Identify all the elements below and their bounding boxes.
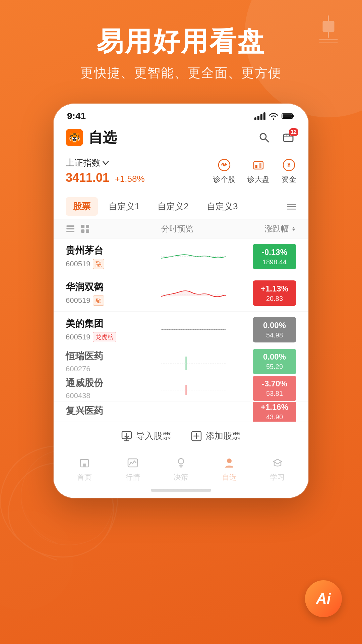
- ai-badge[interactable]: Ai: [305, 580, 342, 617]
- add-stocks-button[interactable]: 添加股票: [191, 430, 241, 442]
- search-button[interactable]: [256, 129, 272, 146]
- grid-view-icon: [80, 224, 90, 233]
- stock-row[interactable]: 美的集团 600519 龙虎榜 0.00% 54.98: [54, 312, 308, 348]
- index-value-row: 3411.01 +1.58%: [66, 171, 145, 185]
- svg-rect-15: [255, 165, 257, 168]
- stock-tag: 龙虎榜: [93, 332, 116, 342]
- bottom-nav: 首页 行情: [54, 450, 308, 486]
- svg-rect-20: [287, 206, 296, 207]
- tab-stocks[interactable]: 股票: [66, 197, 98, 216]
- nav-decision[interactable]: 决策: [157, 455, 205, 482]
- home-indicator: [54, 486, 308, 498]
- status-bar: 9:41: [54, 104, 308, 125]
- mini-chart: [139, 377, 246, 400]
- battery-icon: [282, 112, 295, 120]
- status-time: 9:41: [67, 111, 86, 121]
- stock-list: 贵州茅台 600519 融 -0.13% 1898.44: [54, 238, 308, 422]
- market-icon: [125, 455, 140, 470]
- stock-code-row: 600519 融: [66, 296, 133, 306]
- nav-watchlist[interactable]: 自选: [205, 455, 253, 482]
- header-left: 🐯 自选: [66, 128, 117, 147]
- index-section: 上证指数 3411.01 +1.58%: [54, 152, 308, 191]
- home-icon: [77, 455, 92, 470]
- nav-decision-label: 决策: [174, 472, 188, 482]
- learn-icon: [270, 455, 285, 470]
- stock-name: 通威股份: [66, 377, 133, 389]
- signal-icon: [254, 112, 265, 120]
- svg-rect-28: [86, 229, 89, 233]
- stock-code-row: 600438: [66, 391, 133, 400]
- svg-rect-14: [254, 162, 263, 169]
- import-stocks-label: 导入股票: [136, 430, 171, 442]
- stock-code: 600519: [66, 260, 90, 268]
- sort-icon: [291, 226, 296, 231]
- svg-rect-21: [287, 209, 296, 210]
- stock-row[interactable]: 通威股份 600438 -3.70% 53.81: [54, 375, 308, 402]
- stock-row[interactable]: 恒瑞医药 600276 0.00% 55.29: [54, 348, 308, 375]
- tab-custom1[interactable]: 自定义1: [101, 197, 147, 216]
- list-header-center: 分时预览: [90, 223, 265, 234]
- svg-line-10: [265, 139, 268, 142]
- stock-code-row: 600519 龙虎榜: [66, 332, 133, 342]
- action-capital[interactable]: ¥ 资金: [282, 158, 296, 184]
- svg-text:🐯: 🐯: [69, 132, 80, 143]
- stock-row[interactable]: 华润双鹤 600519 融 +1.13% 20.83: [54, 275, 308, 312]
- list-header-right[interactable]: 涨跌幅: [265, 223, 296, 234]
- tab-custom2[interactable]: 自定义2: [150, 197, 196, 216]
- mini-chart: [139, 318, 246, 341]
- list-view-icon: [66, 224, 75, 233]
- stock-code: 600519: [66, 333, 90, 341]
- stock-name: 贵州茅台: [66, 244, 133, 257]
- svg-rect-24: [66, 231, 74, 232]
- index-name[interactable]: 上证指数: [66, 157, 145, 169]
- action-diagnose-market[interactable]: 诊大盘: [247, 158, 269, 184]
- list-header: 分时预览 涨跌幅: [54, 219, 308, 238]
- change-badge: 0.00% 55.29: [253, 349, 296, 374]
- main-title: 易用好用看盘: [0, 27, 362, 56]
- svg-rect-42: [83, 464, 86, 467]
- watchlist-icon: [222, 455, 237, 470]
- decision-icon: [174, 455, 188, 470]
- svg-point-44: [178, 459, 184, 464]
- svg-point-47: [227, 459, 232, 463]
- ai-badge-area[interactable]: Ai: [305, 580, 342, 617]
- view-toggle[interactable]: [66, 224, 90, 233]
- header-icons: 12: [256, 129, 296, 146]
- mini-chart: [139, 350, 246, 373]
- more-icon: [287, 203, 296, 210]
- nav-market-label: 行情: [125, 472, 140, 482]
- nav-home[interactable]: 首页: [60, 455, 109, 482]
- stock-row[interactable]: 贵州茅台 600519 融 -0.13% 1898.44: [54, 238, 308, 275]
- stock-info: 美的集团 600519 龙虎榜: [66, 317, 133, 342]
- nav-market[interactable]: 行情: [109, 455, 157, 482]
- change-badge: +1.16% 43.90: [253, 402, 296, 422]
- change-badge: +1.13% 20.83: [253, 280, 296, 306]
- nav-learn[interactable]: 学习: [253, 455, 302, 482]
- add-stocks-label: 添加股票: [206, 430, 241, 442]
- action-diagnose-market-label: 诊大盘: [247, 174, 269, 184]
- app-title: 自选: [88, 128, 117, 147]
- svg-rect-22: [66, 225, 74, 227]
- action-diagnose-stock[interactable]: 诊个股: [213, 158, 235, 184]
- svg-text:¥: ¥: [287, 162, 291, 168]
- capital-icon: ¥: [282, 158, 296, 172]
- stock-name: 恒瑞医药: [66, 350, 133, 363]
- tab-custom3[interactable]: 自定义3: [199, 197, 245, 216]
- diagnose-market-icon: [251, 158, 266, 172]
- action-buttons: 导入股票 添加股票: [54, 422, 308, 450]
- tabs-section: 股票 自定义1 自定义2 自定义3: [54, 191, 308, 219]
- stock-code: 600438: [66, 391, 90, 400]
- svg-rect-23: [66, 228, 74, 229]
- change-badge: -3.70% 53.81: [253, 376, 296, 401]
- stock-info: 复兴医药: [66, 405, 133, 419]
- stock-row[interactable]: 复兴医药 +1.16% 43.90: [54, 402, 308, 422]
- import-stocks-button[interactable]: 导入股票: [121, 430, 171, 442]
- stock-info: 华润双鹤 600519 融: [66, 281, 133, 306]
- mini-chart: [139, 402, 246, 422]
- notification-button[interactable]: 12: [280, 129, 296, 146]
- tabs-more[interactable]: [287, 203, 296, 210]
- sub-title: 更快捷、更智能、更全面、更方便: [0, 64, 362, 82]
- action-diagnose-stock-label: 诊个股: [213, 174, 235, 184]
- stock-code-row: 600519 融: [66, 259, 133, 269]
- import-icon: [121, 431, 132, 441]
